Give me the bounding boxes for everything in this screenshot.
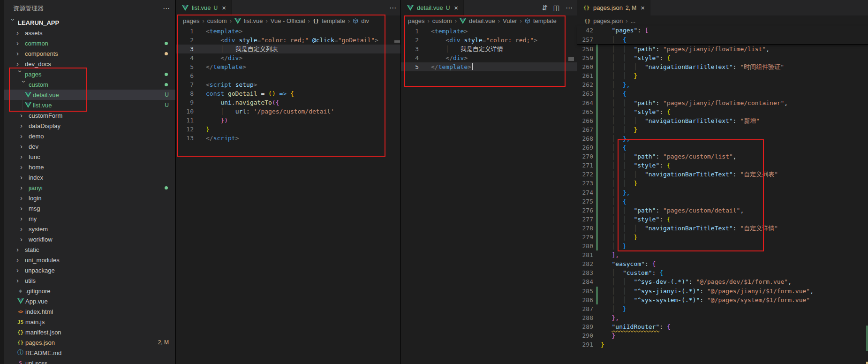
line-number[interactable]: 8 [176,89,194,98]
line-number[interactable]: 11 [176,116,194,125]
tree-item-dev[interactable]: ›dev [4,141,175,152]
line-number[interactable]: 6 [176,71,194,80]
breadcrumb-item[interactable]: detail.vue [469,17,495,24]
tree-item-list.vue[interactable]: list.vueU [4,100,175,110]
code-line[interactable]: 282 "easycom": { [577,259,868,268]
line-number[interactable]: 289 [577,322,593,331]
line-number[interactable]: 272 [577,170,593,179]
tab-detail-vue[interactable]: detail.vue U × [401,0,464,15]
code-line[interactable]: 264 │ │ "path": "pages/jianyi/flowTime/c… [577,99,868,107]
code-line[interactable]: 280 │ } [577,242,868,250]
line-number[interactable]: 4 [401,53,419,62]
tree-item-my[interactable]: ›my [4,213,175,224]
tree-item-demo[interactable]: ›demo [4,131,175,141]
tree-item-msg[interactable]: ›msg [4,203,175,213]
code-line[interactable]: 4 </div> [401,53,577,62]
line-number[interactable]: 291 [577,340,593,349]
code-line[interactable]: 2 <div style="color: red;"> [401,36,577,45]
line-number[interactable]: 270 [577,152,593,161]
code-line[interactable]: 262 │ }, [577,80,868,89]
tree-item-jianyi[interactable]: ›jianyi [4,182,175,193]
line-number[interactable]: 287 [577,304,593,313]
line-number[interactable]: 286 [577,296,593,304]
tab-list-vue[interactable]: list.vue U × [176,0,232,15]
tree-item-login[interactable]: ›login [4,193,175,203]
code-line[interactable]: 257 │ { [577,35,868,45]
line-number[interactable]: 284 [577,277,593,286]
close-icon[interactable]: × [641,4,645,12]
tree-item-utils[interactable]: ›utils [4,275,175,286]
line-number[interactable]: 268 [577,134,593,143]
breadcrumb-item[interactable]: custom [207,17,227,24]
line-number[interactable]: 273 [577,179,593,188]
breadcrumb-item[interactable]: pages [183,17,199,24]
code-line[interactable]: 5</template> [401,62,577,71]
tree-item-uni.scss[interactable]: Suni.scss [4,358,175,364]
line-number[interactable]: 1 [176,27,194,36]
tree-item-README.md[interactable]: ⓘREADME.md [4,348,175,358]
code-line[interactable]: 42 "pages": [ [577,26,868,35]
code-line[interactable]: 285 │ │ "^sys-jianyi-(.*)": "@/pages/jia… [577,287,868,296]
line-number[interactable]: 263 [577,89,593,98]
code-line[interactable]: 288 }, [577,313,868,322]
code-line[interactable]: 3 │ 我是自定义详情 [401,45,577,53]
code-line[interactable]: 283 │ "custom": { [577,268,868,277]
tree-item-dev_docs[interactable]: ›dev_docs [4,59,175,69]
line-number[interactable]: 12 [176,125,194,134]
line-number[interactable]: 280 [577,242,593,250]
line-number[interactable]: 259 [577,53,593,62]
code-line[interactable]: 275 │ { [577,197,868,206]
line-number[interactable]: 13 [176,134,194,143]
line-number[interactable]: 7 [176,80,194,89]
line-number[interactable]: 269 [577,143,593,152]
breadcrumb-item[interactable]: pages [408,17,424,24]
line-number[interactable]: 42 [577,26,593,35]
line-number[interactable]: 4 [176,53,194,62]
code-line[interactable]: 272 │ │ │ "navigationBarTitleText": "自定义… [577,170,868,179]
code-line[interactable]: 286 │ │ "^sys-system-(.*)": "@/pages/sys… [577,296,868,304]
code-line[interactable]: 267 │ │ } [577,125,868,134]
code-line[interactable]: 12} [176,125,401,134]
code-line[interactable]: 273 │ │ } [577,179,868,188]
code-line[interactable]: 263 │ { [577,89,868,98]
code-line[interactable]: 9 uni.navigateTo({ [176,98,401,107]
code-line[interactable]: 276 │ │ "path": "pages/custom/detail", [577,206,868,215]
close-icon[interactable]: × [222,4,226,12]
tree-item-components[interactable]: ›components [4,48,175,59]
tree-item-unpackage[interactable]: ›unpackage [4,265,175,275]
line-number[interactable]: 3 [176,45,194,53]
code-line[interactable]: 258 │ │ "path": "pages/jianyi/flowTime/l… [577,45,868,53]
line-number[interactable]: 283 [577,268,593,277]
line-number[interactable]: 276 [577,206,593,215]
tree-item-static[interactable]: ›static [4,244,175,255]
code-line[interactable]: 10 │ url: '/pages/custom/detail' [176,107,401,116]
breadcrumb-item[interactable]: template [322,17,345,24]
line-number[interactable]: 262 [577,80,593,89]
code-line[interactable]: 291} [577,340,868,349]
tree-item-pages[interactable]: ›pages [4,69,175,79]
code-line[interactable]: 265 │ │ "style": { [577,107,868,116]
ellipsis-icon[interactable]: ⋯ [389,4,396,12]
code-line[interactable]: 11 }) [176,116,401,125]
line-number[interactable]: 266 [577,116,593,125]
line-number[interactable]: 5 [401,62,419,71]
code-editor[interactable]: 1<template>2 <div style="color: red;" @c… [176,27,401,364]
tree-item-assets[interactable]: ›assets [4,28,175,38]
code-line[interactable]: 266 │ │ │ "navigationBarTitleText": "新增" [577,116,868,125]
ellipsis-icon[interactable]: ⋯ [566,4,573,12]
compare-icon[interactable]: ⇵ [542,4,548,12]
line-number[interactable]: 279 [577,233,593,242]
ellipsis-icon[interactable]: ⋯ [163,4,170,13]
breadcrumb-item[interactable]: list.vue [244,17,263,24]
code-line[interactable]: 2 <div style="color: red;" @click="goDet… [176,36,401,45]
line-number[interactable]: 271 [577,161,593,170]
line-number[interactable]: 265 [577,107,593,116]
line-number[interactable]: 288 [577,313,593,322]
tree-item-custom[interactable]: ›custom [4,79,175,90]
line-number[interactable]: 3 [401,45,419,53]
code-editor[interactable]: 1<template>2 <div style="color: red;">3 … [401,27,577,364]
tree-item-index.html[interactable]: <>index.html [4,306,175,317]
code-line[interactable]: 274 │ }, [577,188,868,197]
code-line[interactable]: 271 │ │ "style": { [577,161,868,170]
line-number[interactable]: 264 [577,99,593,107]
